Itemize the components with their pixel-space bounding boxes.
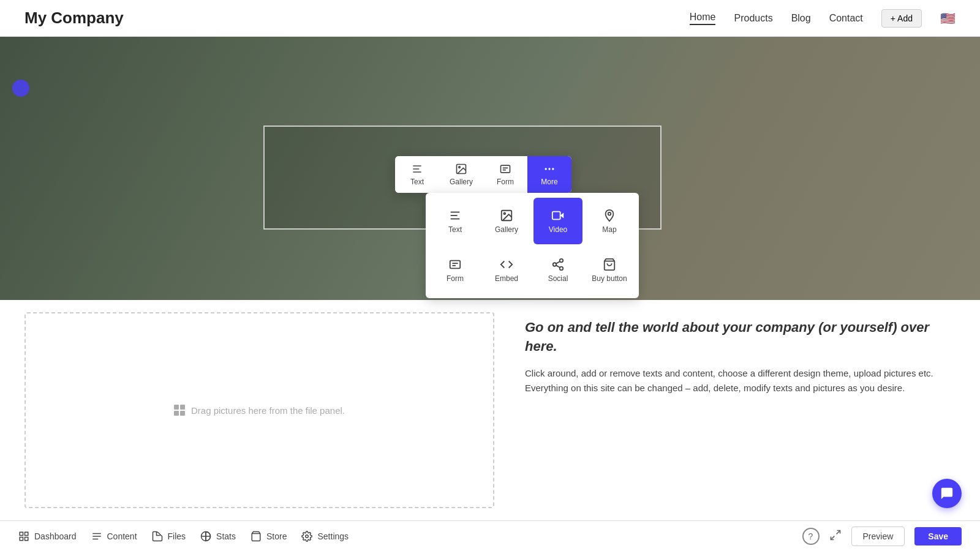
stats-label: Stats xyxy=(216,531,236,541)
dropdown-buy-button-label: Buy button xyxy=(592,274,627,283)
toolbar-gallery-button[interactable]: Gallery xyxy=(439,156,483,193)
drag-label: Drag pictures here from the file panel. xyxy=(191,405,345,416)
dashboard-icon xyxy=(18,531,29,542)
svg-point-15 xyxy=(503,212,505,214)
top-nav: My Company Home Products Blog Contact + … xyxy=(0,0,980,37)
content-label: Content xyxy=(107,531,137,541)
dropdown-embed-label: Embed xyxy=(495,274,518,283)
store-label: Store xyxy=(266,531,287,541)
files-label: Files xyxy=(168,531,186,541)
svg-line-41 xyxy=(831,536,834,539)
toolbar-text-button[interactable]: Text xyxy=(395,156,439,193)
text-icon xyxy=(411,163,423,175)
bottom-actions: ? Preview Save xyxy=(802,527,962,546)
nav-dashboard[interactable]: Dashboard xyxy=(18,531,77,542)
dropdown-video-button[interactable]: Video xyxy=(533,198,582,244)
svg-rect-5 xyxy=(501,165,510,173)
image-drop-zone[interactable]: Drag pictures here from the file panel. xyxy=(24,312,494,508)
chat-icon xyxy=(940,487,954,500)
svg-line-25 xyxy=(556,265,560,268)
toolbar-text-label: Text xyxy=(410,178,424,186)
store-icon xyxy=(251,531,262,542)
dropdown-social-label: Social xyxy=(548,274,568,283)
dropdown-text-label: Text xyxy=(448,225,462,234)
dropdown-map-label: Map xyxy=(602,225,616,234)
dropdown-gallery-button[interactable]: Gallery xyxy=(482,198,531,244)
grid-icon xyxy=(174,405,185,416)
dropdown-form-button[interactable]: Form xyxy=(431,247,480,293)
content-heading[interactable]: Go on and tell the world about your comp… xyxy=(525,318,943,356)
nav-files[interactable]: Files xyxy=(152,531,186,542)
svg-point-23 xyxy=(553,263,557,266)
svg-point-39 xyxy=(306,534,309,538)
svg-point-18 xyxy=(608,212,611,215)
files-icon xyxy=(152,531,163,542)
toolbar-more-button[interactable]: More xyxy=(527,156,571,193)
nav-link-products[interactable]: Products xyxy=(734,13,772,24)
svg-line-26 xyxy=(556,261,560,263)
nav-content[interactable]: Content xyxy=(91,531,137,542)
site-brand[interactable]: My Company xyxy=(24,9,124,28)
svg-rect-19 xyxy=(450,260,461,268)
widget-toolbar: Text Gallery Form More xyxy=(395,156,571,193)
main-content: Drag pictures here from the file panel. … xyxy=(0,300,980,520)
toolbar-form-label: Form xyxy=(497,178,514,186)
svg-line-40 xyxy=(836,530,840,534)
svg-point-9 xyxy=(548,168,550,170)
svg-rect-28 xyxy=(20,532,23,535)
settings-icon xyxy=(301,531,312,542)
svg-point-4 xyxy=(459,167,461,168)
bottom-nav: Dashboard Content Files Stats xyxy=(18,531,349,542)
svg-point-24 xyxy=(560,266,564,270)
nav-settings[interactable]: Settings xyxy=(301,531,349,542)
video-icon xyxy=(551,209,565,222)
nav-link-home[interactable]: Home xyxy=(690,12,716,25)
bottom-bar: Dashboard Content Files Stats xyxy=(0,520,980,551)
svg-rect-31 xyxy=(25,537,28,540)
svg-rect-30 xyxy=(20,537,23,540)
save-button[interactable]: Save xyxy=(914,527,962,545)
add-page-button[interactable]: + Add xyxy=(881,9,922,28)
expand-button[interactable] xyxy=(829,529,842,544)
content-body[interactable]: Click around, add or remove texts and co… xyxy=(525,366,943,395)
preview-button[interactable]: Preview xyxy=(851,527,905,546)
dashboard-label: Dashboard xyxy=(34,531,77,541)
language-flag[interactable]: 🇺🇸 xyxy=(940,11,956,26)
dropdown-text-button[interactable]: Text xyxy=(431,198,480,244)
dropdown-buy-button-button[interactable]: Buy button xyxy=(585,247,634,293)
toolbar-form-button[interactable]: Form xyxy=(483,156,527,193)
form-icon xyxy=(448,258,462,271)
toolbar-more-label: More xyxy=(541,178,557,186)
nav-stats[interactable]: Stats xyxy=(200,531,236,542)
social-icon xyxy=(551,258,565,271)
chat-button[interactable] xyxy=(932,479,962,508)
svg-rect-29 xyxy=(25,532,28,535)
expand-icon xyxy=(829,529,842,541)
toolbar-gallery-label: Gallery xyxy=(450,178,473,186)
help-button[interactable]: ? xyxy=(802,528,820,545)
nav-link-contact[interactable]: Contact xyxy=(829,13,863,24)
embed-icon xyxy=(500,258,513,271)
dropdown-panel: Text Gallery Video Map Form Embed xyxy=(426,193,639,298)
dropdown-map-button[interactable]: Map xyxy=(585,198,634,244)
more-icon xyxy=(543,163,556,175)
form-icon xyxy=(499,163,511,175)
svg-point-22 xyxy=(560,258,564,262)
svg-point-10 xyxy=(552,168,554,170)
dropdown-form-label: Form xyxy=(447,274,464,283)
drag-handle[interactable] xyxy=(12,80,29,97)
content-icon xyxy=(91,531,102,542)
buy-button-icon xyxy=(603,258,616,271)
svg-point-8 xyxy=(545,168,547,170)
stats-icon xyxy=(200,531,211,542)
nav-link-blog[interactable]: Blog xyxy=(791,13,811,24)
settings-label: Settings xyxy=(317,531,349,541)
nav-store[interactable]: Store xyxy=(251,531,287,542)
dropdown-gallery-label: Gallery xyxy=(495,225,518,234)
gallery-icon xyxy=(455,163,467,175)
dropdown-embed-button[interactable]: Embed xyxy=(482,247,531,293)
nav-links: Home Products Blog Contact + Add 🇺🇸 xyxy=(690,9,956,28)
svg-rect-16 xyxy=(552,211,560,219)
dropdown-social-button[interactable]: Social xyxy=(533,247,582,293)
dropdown-video-label: Video xyxy=(549,225,567,234)
